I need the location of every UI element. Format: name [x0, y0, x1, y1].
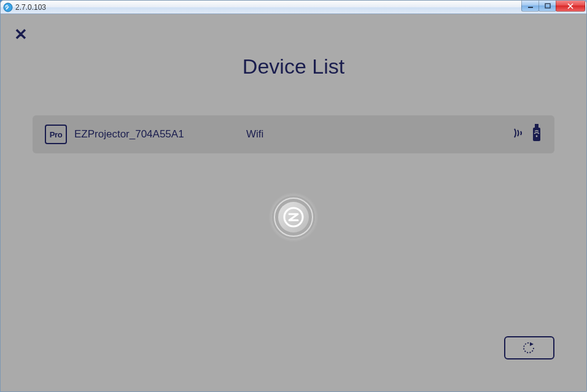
signal-icon — [513, 126, 526, 142]
device-name: EZProjector_704A55A1 — [74, 128, 246, 140]
device-connection-type: Wifi — [246, 128, 513, 140]
device-status-icons — [513, 124, 542, 145]
svg-rect-1 — [528, 7, 533, 8]
client-area: ✕ Device List Pro EZProjector_704A55A1 W… — [1, 14, 586, 391]
window-close-button[interactable] — [556, 1, 585, 12]
svg-point-7 — [536, 136, 538, 137]
window-close-icon — [567, 3, 574, 9]
close-button[interactable]: ✕ — [14, 26, 28, 42]
refresh-button[interactable] — [504, 336, 554, 359]
minimize-button[interactable] — [521, 1, 539, 12]
minimize-icon — [527, 4, 534, 9]
app-window: 2.7.0.103 ✕ Device List Pro EZProjector_… — [0, 0, 587, 392]
device-list: Pro EZProjector_704A55A1 Wifi — [8, 115, 579, 153]
svg-marker-9 — [530, 342, 534, 346]
loading-spinner-icon — [268, 192, 319, 242]
maximize-icon — [545, 3, 551, 9]
page-title: Device List — [8, 55, 579, 79]
refresh-icon — [520, 341, 538, 355]
svg-rect-6 — [533, 128, 540, 141]
dongle-icon — [531, 124, 542, 145]
window-controls — [522, 1, 585, 12]
maximize-button[interactable] — [538, 1, 556, 12]
svg-rect-2 — [545, 4, 550, 8]
device-row[interactable]: Pro EZProjector_704A55A1 Wifi — [33, 115, 554, 153]
svg-rect-5 — [535, 124, 538, 128]
titlebar[interactable]: 2.7.0.103 — [1, 1, 586, 14]
app-icon — [3, 2, 13, 12]
window-title: 2.7.0.103 — [15, 3, 46, 12]
pro-badge-icon: Pro — [45, 125, 67, 144]
